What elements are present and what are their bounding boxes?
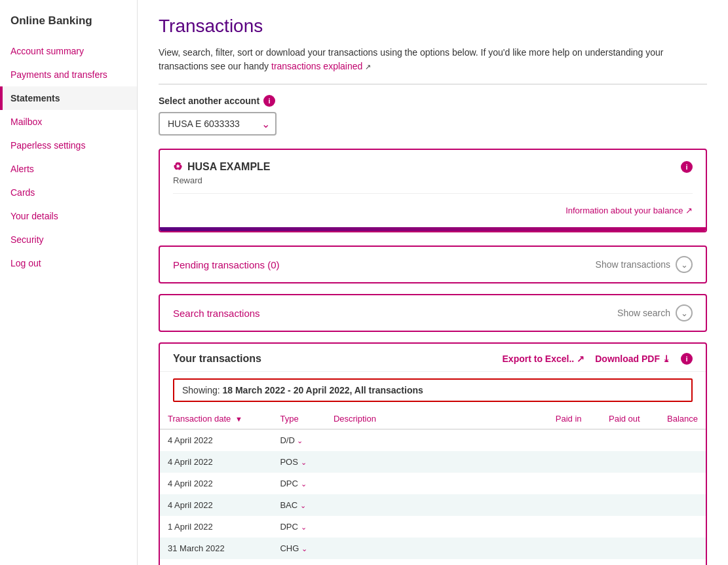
table-row: 4 April 2022DPC ⌄ (160, 473, 706, 494)
sidebar-item-your-details[interactable]: Your details (0, 204, 137, 228)
sidebar: Online Banking Account summaryPayments a… (0, 0, 138, 565)
cell-type[interactable]: DPC ⌄ (272, 516, 325, 538)
cell-desc (326, 516, 537, 538)
cell-paid-out (590, 473, 648, 494)
account-card-info-icon[interactable]: i (681, 161, 693, 173)
transactions-explained-link[interactable]: transactions explained (271, 61, 362, 71)
sidebar-item-alerts[interactable]: Alerts (0, 157, 137, 181)
sidebar-item-cards[interactable]: Cards (0, 181, 137, 204)
cell-type[interactable]: DPC ⌄ (272, 473, 325, 494)
sidebar-item-paperless-settings[interactable]: Paperless settings (0, 134, 137, 157)
transactions-info-icon[interactable]: i (681, 353, 693, 365)
cell-balance (648, 473, 706, 494)
export-icon: ↗ (577, 354, 584, 364)
download-pdf-link[interactable]: Download PDF ⤓ (595, 354, 670, 364)
cell-paid-in (537, 516, 589, 538)
cell-paid-out (590, 516, 648, 538)
pending-chevron-icon: ⌄ (676, 256, 693, 273)
cell-date: 4 April 2022 (160, 494, 272, 516)
cell-desc (326, 451, 537, 473)
cell-date: 31 March 2022 (160, 538, 272, 559)
search-transactions-section: Search transactions Show search ⌄ (159, 294, 707, 332)
select-account-info-icon[interactable]: i (263, 95, 275, 107)
pending-transactions-title: Pending transactions (0) (173, 259, 280, 270)
col-balance: Balance (648, 409, 706, 429)
intro-text-part1: View, search, filter, sort or download y… (159, 47, 664, 71)
table-row: 1 April 2022DPC ⌄ (160, 516, 706, 538)
cell-desc (326, 429, 537, 452)
cell-type[interactable]: POS ⌄ (272, 451, 325, 473)
account-name-text: HUSA EXAMPLE (187, 161, 271, 173)
account-card-name: ♻ HUSA EXAMPLE (173, 160, 271, 173)
account-select-wrapper: HUSA E 6033333 ⌄ (159, 112, 277, 136)
search-show-action: Show search ⌄ (617, 304, 693, 321)
export-excel-link[interactable]: Export to Excel.. ↗ (503, 354, 585, 364)
col-paid-out: Paid out (590, 409, 648, 429)
sidebar-item-security[interactable]: Security (0, 228, 137, 251)
col-date[interactable]: Transaction date ▼ (160, 409, 272, 429)
cell-paid-in (537, 559, 589, 565)
col-description: Description (326, 409, 537, 429)
cell-desc (326, 538, 537, 559)
table-header-row: Transaction date ▼ Type Description Paid… (160, 409, 706, 429)
cell-paid-out (590, 494, 648, 516)
cell-desc (326, 559, 537, 565)
intro-paragraph: View, search, filter, sort or download y… (159, 46, 707, 73)
account-card-type: Reward (173, 175, 693, 185)
cell-paid-out (590, 429, 648, 452)
cell-balance (648, 429, 706, 452)
cell-type[interactable]: D/D ⌄ (272, 559, 325, 565)
sidebar-item-log-out[interactable]: Log out (0, 251, 137, 275)
cell-date: 1 April 2022 (160, 516, 272, 538)
cell-date: 4 April 2022 (160, 473, 272, 494)
cell-type[interactable]: BAC ⌄ (272, 494, 325, 516)
ext-link-icon: ↗ (365, 63, 371, 71)
col-paid-in: Paid in (537, 409, 589, 429)
sidebar-nav: Account summaryPayments and transfersSta… (0, 39, 137, 275)
showing-label: Showing: (182, 385, 220, 395)
show-search-label: Show search (617, 308, 670, 318)
cell-paid-in (537, 429, 589, 452)
sidebar-item-mailbox[interactable]: Mailbox (0, 110, 137, 134)
cell-balance (648, 451, 706, 473)
table-body: 4 April 2022D/D ⌄4 April 2022POS ⌄4 Apri… (160, 429, 706, 566)
cell-type[interactable]: D/D ⌄ (272, 429, 325, 452)
table-row: 4 April 2022POS ⌄ (160, 451, 706, 473)
showing-detail: 18 March 2022 - 20 April 2022, All trans… (222, 385, 423, 395)
cell-paid-in (537, 538, 589, 559)
pending-transactions-header[interactable]: Pending transactions (0) Show transactio… (160, 247, 706, 282)
cell-paid-out (590, 451, 648, 473)
cell-date: 29 March 2022 (160, 559, 272, 565)
sidebar-item-payments-transfers[interactable]: Payments and transfers (0, 63, 137, 86)
cell-balance (648, 538, 706, 559)
table-head: Transaction date ▼ Type Description Paid… (160, 409, 706, 429)
account-card-purple-bar (160, 227, 706, 231)
cell-type[interactable]: CHG ⌄ (272, 538, 325, 559)
balance-info-link[interactable]: Information about your balance ↗ (565, 199, 693, 222)
main-content: Transactions View, search, filter, sort … (138, 0, 728, 565)
sidebar-item-statements[interactable]: Statements (0, 86, 137, 110)
account-card: ♻ HUSA EXAMPLE i Reward Information abou… (159, 149, 707, 232)
cell-desc (326, 494, 537, 516)
sidebar-item-account-summary[interactable]: Account summary (0, 39, 137, 63)
select-account-label: Select another account i (159, 95, 707, 107)
table-row: 31 March 2022CHG ⌄ (160, 538, 706, 559)
search-transactions-header[interactable]: Search transactions Show search ⌄ (160, 295, 706, 331)
transactions-section-title: Your transactions (173, 353, 261, 365)
recycle-icon: ♻ (173, 160, 182, 173)
search-transactions-title: Search transactions (173, 308, 260, 319)
pending-transactions-section: Pending transactions (0) Show transactio… (159, 246, 707, 283)
transactions-header: Your transactions Export to Excel.. ↗ Do… (160, 344, 706, 372)
show-transactions-label: Show transactions (596, 259, 670, 270)
account-card-footer: Information about your balance ↗ (173, 193, 693, 227)
cell-balance (648, 559, 706, 565)
transactions-wrapper: Your transactions Export to Excel.. ↗ Do… (159, 342, 707, 565)
cell-paid-out (590, 559, 648, 565)
cell-paid-in (537, 473, 589, 494)
table-row: 4 April 2022D/D ⌄ (160, 429, 706, 452)
account-select[interactable]: HUSA E 6033333 (159, 112, 277, 136)
page-title: Transactions (159, 16, 707, 37)
download-icon: ⤓ (662, 354, 670, 364)
cell-paid-out (590, 538, 648, 559)
cell-date: 4 April 2022 (160, 429, 272, 452)
